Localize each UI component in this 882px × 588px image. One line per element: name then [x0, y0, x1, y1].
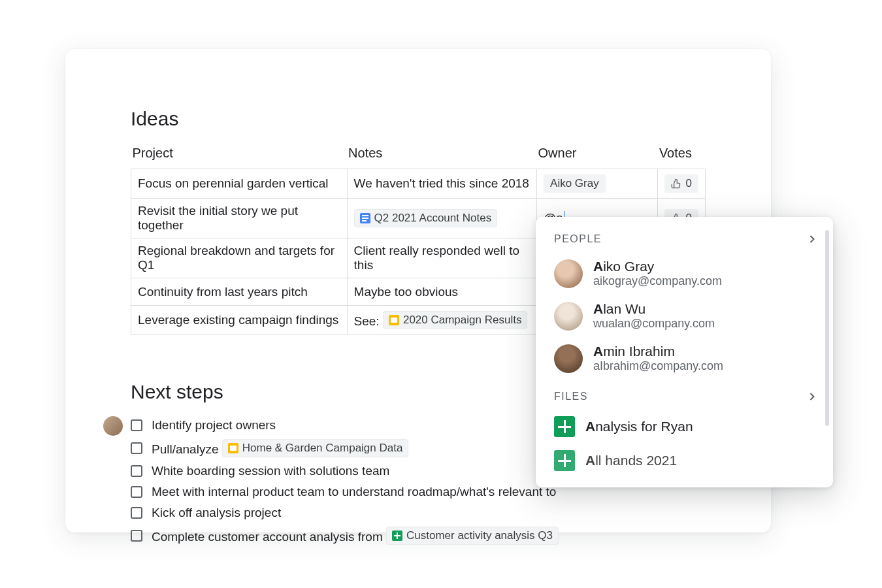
avatar	[554, 302, 583, 331]
checkbox[interactable]	[131, 419, 142, 431]
cell-notes[interactable]: Maybe too obvious	[347, 278, 537, 306]
step-text: White boarding session with solutions te…	[152, 464, 389, 478]
list-item[interactable]: Complete customer account analysis from …	[131, 523, 706, 548]
thumbs-up-icon	[671, 178, 681, 189]
file-chip-label: 2020 Campaign Results	[403, 314, 521, 327]
file-chip-label: Home & Garden Campaign Data	[242, 442, 403, 455]
person-email: aIbrahim@company.com	[593, 359, 723, 373]
scrollbar[interactable]	[825, 230, 829, 426]
cell-notes[interactable]: Client really responded well to this	[347, 238, 537, 278]
file-chip-label: Customer activity analysis Q3	[406, 529, 553, 542]
person-name: Alan Wu	[593, 301, 715, 317]
file-suggestion[interactable]: Analysis for Ryan	[536, 410, 833, 444]
people-label: PEOPLE	[554, 233, 602, 245]
cell-notes[interactable]: Q2 2021 Account Notes	[347, 199, 537, 238]
person-suggestion[interactable]: Amin Ibrahim aIbrahim@company.com	[536, 337, 833, 380]
col-header-owner: Owner	[537, 142, 658, 169]
person-email: aikogray@company.com	[593, 274, 722, 288]
checkbox[interactable]	[131, 465, 142, 477]
step-text: Kick off analysis project	[152, 506, 281, 520]
step-text: Identify project owners	[152, 418, 276, 433]
person-name: Aiko Gray	[593, 259, 722, 274]
commenter-avatar[interactable]	[103, 416, 123, 436]
checkbox[interactable]	[131, 530, 142, 542]
step-text: Complete customer account analysis from	[152, 530, 386, 544]
file-name: All hands 2021	[585, 453, 677, 468]
owner-chip[interactable]: Aiko Gray	[544, 174, 606, 193]
sheets-icon	[392, 531, 402, 541]
slides-icon	[389, 315, 399, 325]
chevron-right-icon	[806, 233, 819, 246]
step-text: Meet with internal product team to under…	[152, 485, 556, 499]
person-email: wualan@company.com	[593, 317, 715, 331]
cell-project[interactable]: Revisit the initial story we put togethe…	[131, 199, 348, 238]
mention-popover[interactable]: PEOPLE Aiko Gray aikogray@company.com Al…	[536, 217, 833, 487]
file-suggestion[interactable]: All hands 2021	[536, 444, 833, 478]
vote-button[interactable]: 0	[664, 174, 698, 193]
cell-project[interactable]: Regional breakdown and targets for Q1	[131, 238, 348, 278]
popover-section-files[interactable]: FILES	[536, 386, 833, 410]
cell-notes[interactable]: We haven't tried this since 2018	[347, 169, 537, 199]
file-chip-slides[interactable]: 2020 Campaign Results	[383, 311, 527, 329]
person-name: Amin Ibrahim	[593, 344, 723, 359]
chevron-right-icon	[806, 390, 819, 403]
cell-project[interactable]: Focus on perennial garden vertical	[131, 169, 348, 199]
file-chip-docs[interactable]: Q2 2021 Account Notes	[354, 209, 498, 227]
checkbox[interactable]	[131, 507, 142, 519]
sheets-icon	[554, 416, 575, 437]
notes-prefix: See:	[354, 314, 383, 328]
col-header-notes: Notes	[347, 142, 537, 169]
avatar	[554, 344, 583, 373]
step-text: Pull/analyze	[152, 442, 222, 456]
table-row[interactable]: Focus on perennial garden vertical We ha…	[131, 169, 706, 199]
cell-votes[interactable]: 0	[658, 169, 706, 199]
popover-section-people[interactable]: PEOPLE	[536, 229, 833, 252]
col-header-project: Project	[131, 142, 348, 169]
sheets-icon	[554, 450, 575, 471]
ideas-heading: Ideas	[131, 108, 706, 130]
person-suggestion[interactable]: Aiko Gray aikogray@company.com	[536, 252, 833, 295]
files-label: FILES	[554, 391, 588, 402]
file-chip-label: Q2 2021 Account Notes	[374, 212, 492, 225]
list-item[interactable]: Kick off analysis project	[131, 502, 706, 523]
cell-project[interactable]: Leverage existing campaign findings	[131, 306, 348, 335]
file-name: Analysis for Ryan	[585, 419, 693, 434]
file-chip-sheets[interactable]: Customer activity analysis Q3	[386, 527, 559, 545]
col-header-votes: Votes	[658, 142, 706, 169]
checkbox[interactable]	[131, 486, 142, 498]
cell-notes[interactable]: See: 2020 Campaign Results	[347, 306, 537, 335]
slides-icon	[228, 443, 238, 453]
person-suggestion[interactable]: Alan Wu wualan@company.com	[536, 295, 833, 337]
file-chip-slides[interactable]: Home & Garden Campaign Data	[222, 439, 409, 457]
avatar	[554, 259, 583, 288]
cell-project[interactable]: Continuity from last years pitch	[131, 278, 348, 306]
cell-owner[interactable]: Aiko Gray	[537, 169, 658, 199]
checkbox[interactable]	[131, 442, 142, 454]
docs-icon	[360, 213, 370, 223]
vote-count: 0	[685, 177, 691, 190]
